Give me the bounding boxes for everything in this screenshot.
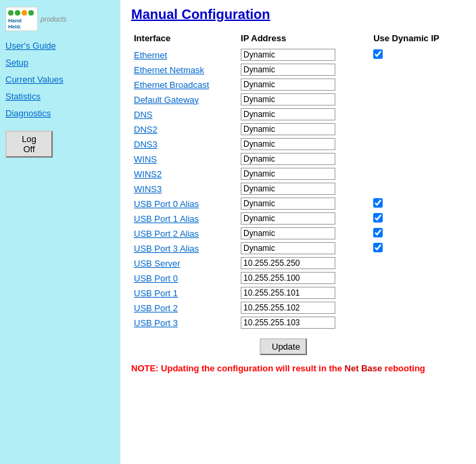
ip-input-dns3[interactable] [241,138,335,150]
interface-link-wins[interactable]: WINS [134,154,157,164]
dynamic-ip-checkbox[interactable] [373,49,383,59]
interface-link-dns[interactable]: DNS [134,110,152,120]
sidebar-item-setup[interactable]: Setup [5,57,115,68]
table-row: USB Port 1 Alias [131,211,465,226]
ip-input-ethernet-broadcast[interactable] [241,78,335,91]
interface-cell: USB Port 0 Alias [131,196,238,211]
col-use-dynamic-ip: Use Dynamic IP [371,32,465,47]
interface-link-default-gateway[interactable]: Default Gateway [134,95,199,105]
ip-address-cell [238,315,371,330]
dynamic-ip-cell [371,256,465,271]
ip-input-default-gateway[interactable] [241,93,335,106]
interface-link-ethernet[interactable]: Ethernet [134,50,167,60]
table-row: DNS [131,107,465,122]
interface-cell: USB Port 0 [131,271,238,285]
ip-input-wins3[interactable] [241,183,335,195]
table-row: WINS3 [131,181,465,196]
page-title: Manual Configuration [131,7,465,22]
dynamic-ip-cell [371,166,465,181]
dynamic-ip-checkbox[interactable] [373,228,383,237]
ip-input-wins2[interactable] [241,168,335,180]
logoff-button[interactable]: Log Off [5,131,53,158]
ip-address-cell [238,152,371,166]
dynamic-ip-cell [371,211,465,226]
sidebar-item-statistics[interactable]: Statistics [5,91,115,101]
ip-input-usb-port-3-alias[interactable] [241,242,335,254]
interface-cell: USB Port 1 [131,285,238,300]
dynamic-ip-checkbox[interactable] [373,213,383,223]
interface-link-usb-port-2[interactable]: USB Port 2 [134,303,178,313]
ip-input-ethernet[interactable] [241,49,335,61]
ip-input-wins[interactable] [241,153,335,165]
interface-cell: WINS3 [131,181,238,196]
ip-address-cell [238,137,371,152]
interface-link-dns3[interactable]: DNS3 [134,139,158,149]
dynamic-ip-cell [371,107,465,122]
table-row: USB Port 2 [131,300,465,315]
interface-link-usb-port-1-alias[interactable]: USB Port 1 Alias [134,214,199,224]
ip-input-ethernet-netmask[interactable] [241,64,335,76]
dynamic-ip-cell [371,241,465,256]
ip-address-cell [238,226,371,241]
ip-input-usb-server[interactable] [241,257,335,269]
ip-input-usb-port-3[interactable] [241,317,335,329]
interface-link-usb-server[interactable]: USB Server [134,258,181,269]
table-row: Ethernet [131,47,465,62]
sidebar-item-current-values[interactable]: Current Values [5,74,115,85]
interface-link-usb-port-0[interactable]: USB Port 0 [134,273,178,283]
interface-cell: USB Port 2 Alias [131,226,238,241]
interface-link-wins2[interactable]: WINS2 [134,169,162,179]
table-row: DNS2 [131,122,465,137]
ip-address-cell [238,47,371,62]
interface-link-ethernet-netmask[interactable]: Ethernet Netmask [134,65,204,75]
interface-cell: DNS [131,107,238,122]
dynamic-ip-cell [371,285,465,300]
interface-link-usb-port-3-alias[interactable]: USB Port 3 Alias [134,243,199,254]
table-row: Default Gateway [131,92,465,107]
ip-address-cell [238,122,371,137]
interface-cell: Ethernet [131,47,238,62]
sidebar: Hand Held. products User's Guide Setup C… [0,0,120,464]
svg-point-1 [8,10,14,16]
logo-area: Hand Held. products [5,7,115,31]
ip-input-usb-port-1-alias[interactable] [241,212,335,225]
update-button[interactable]: Update [260,338,307,355]
dynamic-ip-cell [371,181,465,196]
interface-link-usb-port-1[interactable]: USB Port 1 [134,288,178,298]
interface-link-usb-port-3[interactable]: USB Port 3 [134,318,178,328]
ip-input-dns2[interactable] [241,123,335,135]
ip-input-usb-port-0-alias[interactable] [241,198,335,210]
ip-input-usb-port-1[interactable] [241,287,335,299]
interface-link-usb-port-2-alias[interactable]: USB Port 2 Alias [134,229,199,239]
col-ip-address: IP Address [238,32,371,47]
ip-input-usb-port-2[interactable] [241,302,335,314]
sidebar-item-users-guide[interactable]: User's Guide [5,41,115,51]
ip-input-dns[interactable] [241,108,335,120]
sidebar-item-diagnostics[interactable]: Diagnostics [5,108,115,118]
dynamic-ip-checkbox[interactable] [373,243,383,252]
dynamic-ip-cell [371,152,465,166]
ip-address-cell [238,256,371,271]
interface-link-usb-port-0-alias[interactable]: USB Port 0 Alias [134,199,199,209]
dynamic-ip-cell [371,226,465,241]
ip-input-usb-port-0[interactable] [241,272,335,284]
note-suffix: rebooting [382,363,425,373]
config-table: Interface IP Address Use Dynamic IP Ethe… [131,32,465,330]
dynamic-ip-checkbox[interactable] [373,198,383,208]
interface-link-ethernet-broadcast[interactable]: Ethernet Broadcast [134,80,209,90]
dynamic-ip-cell [371,47,465,62]
interface-cell: USB Port 2 [131,300,238,315]
dynamic-ip-cell [371,92,465,107]
interface-cell: Ethernet Broadcast [131,77,238,92]
table-row: DNS3 [131,137,465,152]
ip-input-usb-port-2-alias[interactable] [241,227,335,239]
svg-text:Held.: Held. [8,24,22,30]
note-highlight: Net Base [345,363,383,373]
interface-cell: USB Port 1 Alias [131,211,238,226]
interface-link-wins3[interactable]: WINS3 [134,184,162,194]
ip-address-cell [238,241,371,256]
interface-link-dns2[interactable]: DNS2 [134,124,158,135]
logo-text: products [41,16,66,23]
table-row: USB Port 2 Alias [131,226,465,241]
ip-address-cell [238,271,371,285]
